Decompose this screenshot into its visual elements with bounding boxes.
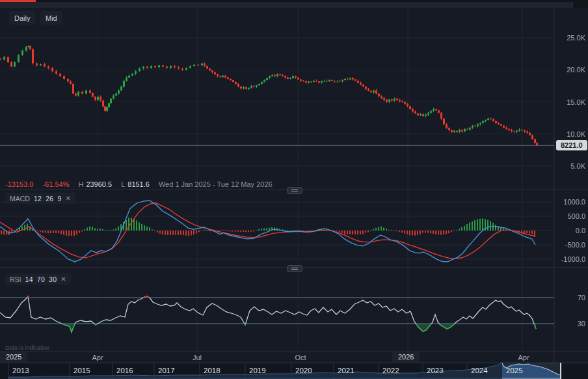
minimap-year-label[interactable]: 2015 [74, 367, 90, 374]
pane-resize-handle-rsi[interactable] [287, 265, 302, 272]
minimap-year-label[interactable]: 2024 [471, 367, 488, 374]
time-axis-year-label: 2025 [0, 352, 27, 362]
rsi-param-lower: 30 [49, 275, 57, 283]
data-indicative-note: Data is indicative [5, 344, 49, 351]
macd-param-signal: 9 [57, 195, 61, 203]
last-price-tag: 8221.0 [556, 140, 587, 150]
trading-chart-app: Daily Mid -13153.0 -61.54% H23960.5 L815… [0, 0, 588, 379]
period-low: L8151.6 [121, 180, 150, 188]
rsi-param-upper: 70 [37, 275, 45, 283]
minimap-year-label[interactable]: 2025 [506, 367, 523, 374]
rsi-label: RSI [10, 275, 21, 283]
minimap-year-label[interactable]: 2022 [382, 367, 399, 374]
window-strip-segment [458, 2, 516, 8]
rsi-param-length: 14 [25, 275, 33, 283]
minimap-year-label[interactable]: 2023 [427, 367, 444, 374]
macd-axis-label: 0.0 [555, 227, 585, 234]
rsi-axis-label: 70 [555, 294, 585, 302]
price-axis-label: 20.0K [555, 66, 585, 74]
window-strip-segment [114, 2, 172, 8]
price-axis-label: 15.0K [555, 98, 585, 106]
rsi-axis-label: 30 [555, 320, 585, 328]
window-strip-segment [343, 2, 401, 8]
minimap-year-label[interactable]: 2017 [158, 367, 175, 374]
timeframe-daily-label: Daily [14, 14, 30, 22]
period-high: H23960.5 [78, 180, 112, 188]
timeframe-mid-button[interactable]: Mid [40, 11, 62, 25]
minimap-year-label[interactable]: 2018 [204, 367, 220, 374]
window-top-strip [0, 0, 588, 8]
minimap-year-label[interactable]: 2013 [12, 367, 29, 374]
time-axis-month-label: Apr [92, 354, 103, 361]
date-range: Wed 1 Jan 2025 - Tue 12 May 2026 [159, 180, 273, 188]
window-strip-segment [286, 2, 344, 8]
change-percent: -61.54% [42, 180, 69, 188]
window-strip-segment [57, 2, 115, 8]
minimap-year-label[interactable]: 2019 [249, 367, 266, 374]
rsi-close-icon[interactable]: ✕ [60, 275, 66, 283]
minimap-year-label[interactable]: 2020 [295, 367, 312, 374]
timeframe-daily-button[interactable]: Daily [9, 11, 35, 25]
window-strip-segment [401, 2, 459, 8]
macd-label: MACD [10, 195, 30, 203]
time-axis-month-label: Oct [295, 354, 306, 361]
macd-indicator-chip[interactable]: MACD 12 26 9 ✕ [5, 193, 75, 204]
minimap-year-label[interactable]: 2016 [116, 367, 133, 374]
pane-resize-handle-macd[interactable] [287, 187, 302, 194]
window-strip-segment [515, 2, 573, 8]
window-strip-segment [229, 2, 287, 8]
price-axis-label: 25.0K [555, 34, 585, 42]
macd-axis-label: -1000.0 [555, 255, 585, 263]
change-value: -13153.0 [5, 180, 33, 188]
time-axis-month-label: Apr [518, 354, 529, 361]
macd-param-fast: 12 [34, 195, 42, 203]
macd-axis-label: 1000.0 [555, 198, 585, 206]
macd-axis-label: 500.0 [555, 212, 585, 220]
price-axis-label: 5.0K [555, 162, 585, 170]
macd-close-icon[interactable]: ✕ [66, 195, 71, 202]
macd-axis-label: -500.0 [555, 241, 585, 249]
time-axis-month-label: Jul [193, 354, 202, 361]
time-axis-year-label: 2026 [392, 352, 420, 362]
price-axis-label: 10.0K [555, 130, 585, 138]
timeframe-mid-label: Mid [46, 14, 57, 22]
minimap-year-label[interactable]: 2021 [338, 367, 354, 374]
macd-param-slow: 26 [46, 195, 53, 203]
rsi-indicator-chip[interactable]: RSI 14 70 30 ✕ [5, 274, 71, 285]
window-strip-segment [172, 2, 230, 8]
ohlc-stats-bar: -13153.0 -61.54% H23960.5 L8151.6 Wed 1 … [5, 180, 273, 188]
window-strip-segment [0, 2, 58, 8]
